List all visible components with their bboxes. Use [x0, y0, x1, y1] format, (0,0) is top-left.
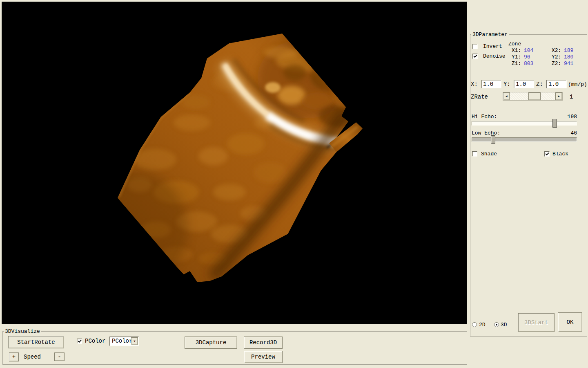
preview-button[interactable]: Preview: [244, 351, 283, 363]
invert-label: Invert: [483, 43, 502, 49]
denoise-label: Denoise: [483, 53, 506, 59]
zone-y1-value: 96: [524, 54, 530, 60]
scroll-right-arrow-icon: ►: [556, 93, 562, 100]
y-scale-input[interactable]: [514, 80, 534, 88]
zone-y1-label: Y1:: [512, 54, 521, 60]
pcolor-dropdown-button[interactable]: ▼: [131, 337, 138, 345]
scale-unit-label: (mm/p): [568, 81, 587, 88]
shade-checkbox[interactable]: [472, 151, 477, 157]
pcolor-dropdown-value: PColor: [112, 338, 132, 344]
capture-3d-button[interactable]: 3DCapture: [185, 337, 237, 349]
x-scale-input[interactable]: [481, 80, 501, 88]
pcolor-dropdown[interactable]: PColor ▼: [109, 337, 139, 346]
mode-3d-label: 3D: [501, 322, 507, 328]
mode-3d-radio[interactable]: [494, 322, 499, 327]
denoise-checkbox[interactable]: [472, 54, 478, 59]
zone-x2-value: 189: [564, 47, 573, 54]
speed-decrease-button[interactable]: -: [54, 352, 65, 361]
start-rotate-button[interactable]: StartRotate: [8, 336, 64, 348]
hi-echo-label: Hi Echo:: [472, 114, 497, 120]
speed-label: Speed: [24, 354, 41, 360]
x-scale-label: X:: [471, 81, 478, 88]
y-scale-label: Y:: [503, 81, 510, 88]
low-echo-thumb[interactable]: [491, 135, 495, 144]
ultrasound-volume-image: [2, 2, 467, 324]
low-echo-slider[interactable]: [472, 137, 577, 142]
group-3dparameter-title: 3DParameter: [471, 31, 509, 38]
zrate-scrollbar[interactable]: ◄ ►: [503, 92, 563, 101]
low-echo-value: 46: [559, 130, 577, 136]
black-label: Black: [552, 151, 568, 157]
zone-z2-label: Z2:: [552, 61, 561, 67]
mode-2d-radio[interactable]: [472, 322, 477, 327]
hi-echo-slider[interactable]: [472, 121, 577, 126]
zone-z1-label: Z1:: [512, 61, 521, 67]
zrate-scrollbar-thumb[interactable]: [528, 92, 541, 100]
zone-y2-label: Y2:: [552, 54, 561, 60]
zrate-scroll-left-button[interactable]: ◄: [503, 92, 510, 100]
zone-x1-label: X1:: [512, 47, 521, 54]
zone-y2-value: 180: [564, 54, 573, 60]
zone-x2-label: X2:: [552, 47, 561, 54]
low-echo-label: Low Echo:: [472, 130, 500, 136]
record-3d-button[interactable]: Record3D: [244, 337, 283, 349]
zone-z1-value: 803: [524, 61, 533, 67]
scroll-left-arrow-icon: ◄: [503, 93, 510, 100]
app-window: 3DParameter Invert Denoise Zone X1: 104 …: [0, 0, 588, 368]
shade-label: Shade: [481, 151, 497, 157]
render-viewport[interactable]: [2, 2, 467, 324]
hi-echo-value: 198: [559, 114, 577, 120]
group-3dvisualize-title: 3DVisualize: [4, 328, 41, 334]
zone-z2-value: 941: [564, 61, 573, 67]
zrate-value: 1: [570, 94, 573, 100]
hi-echo-thumb[interactable]: [552, 119, 557, 128]
zone-title: Zone: [508, 41, 521, 47]
invert-checkbox[interactable]: [472, 44, 478, 49]
chevron-down-icon: ▼: [131, 338, 138, 345]
zrate-scroll-right-button[interactable]: ►: [555, 92, 562, 100]
pcolor-label: PColor: [85, 338, 105, 344]
z-scale-label: Z:: [536, 81, 543, 88]
mode-2d-label: 2D: [479, 322, 486, 328]
black-checkbox[interactable]: [544, 151, 550, 157]
pcolor-checkbox[interactable]: [77, 339, 82, 344]
z-scale-input[interactable]: [546, 80, 567, 88]
zrate-label: ZRate: [471, 94, 488, 100]
zone-x1-value: 104: [524, 47, 533, 54]
speed-increase-button[interactable]: +: [9, 352, 19, 361]
start-3d-button[interactable]: 3DStart: [518, 313, 555, 332]
ok-button[interactable]: OK: [558, 312, 582, 332]
